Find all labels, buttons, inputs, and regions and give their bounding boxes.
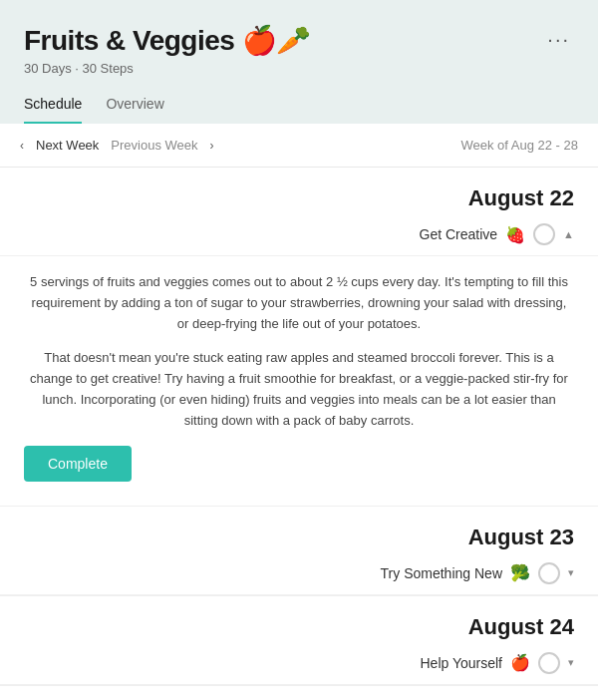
step-circle-aug23[interactable] (538, 562, 560, 584)
step-label-aug23: Try Something New (381, 565, 502, 581)
day-section-aug24: August 24 Help Yourself 🍎 ▾ (0, 596, 598, 686)
chevron-down-icon-aug24[interactable]: ▾ (568, 656, 574, 669)
day-section-aug22: August 22 Get Creative 🍓 ▲ 5 servings of… (0, 168, 598, 507)
week-navigation: ‹ Next Week Previous Week › Week of Aug … (0, 124, 598, 168)
next-arrow-icon: › (210, 139, 214, 153)
main-content: ‹ Next Week Previous Week › Week of Aug … (0, 124, 598, 700)
step-icon-aug24: 🍎 (510, 653, 530, 672)
step-row-aug23: Try Something New 🥦 ▾ (0, 558, 598, 595)
step-para2-aug22: That doesn't mean you're stuck eating ra… (24, 348, 574, 431)
step-icon-aug22: 🍓 (505, 225, 525, 244)
app-header: Fruits & Veggies 🍎🥕 30 Days · 30 Steps ·… (0, 0, 598, 124)
step-content-aug22: 5 servings of fruits and veggies comes o… (0, 256, 598, 506)
page-title: Fruits & Veggies 🍎🥕 (24, 24, 311, 57)
step-icon-aug23: 🥦 (510, 563, 530, 582)
day-title-aug23: August 23 (24, 525, 574, 550)
tab-overview[interactable]: Overview (106, 96, 163, 124)
step-para1-aug22: 5 servings of fruits and veggies comes o… (24, 272, 574, 334)
day-section-aug23: August 23 Try Something New 🥦 ▾ (0, 507, 598, 596)
prev-week-link[interactable]: Previous Week (111, 138, 197, 153)
day-title-aug22: August 22 (24, 185, 574, 211)
step-row-aug22: Get Creative 🍓 ▲ (0, 219, 598, 256)
page-subtitle: 30 Days · 30 Steps (24, 61, 311, 76)
complete-button-aug22[interactable]: Complete (24, 446, 132, 482)
tab-schedule[interactable]: Schedule (24, 96, 82, 124)
step-row-aug24: Help Yourself 🍎 ▾ (0, 648, 598, 685)
step-circle-aug24[interactable] (538, 652, 560, 674)
day-title-aug24: August 24 (24, 614, 574, 640)
more-options-button[interactable]: ··· (543, 24, 574, 55)
tab-bar: Schedule Overview (24, 96, 574, 124)
prev-arrow-icon: ‹ (20, 139, 24, 153)
step-circle-aug22[interactable] (533, 223, 555, 245)
chevron-up-icon-aug22[interactable]: ▲ (563, 228, 574, 240)
next-week-link[interactable]: Next Week (36, 138, 99, 153)
week-label: Week of Aug 22 - 28 (460, 138, 578, 153)
step-label-aug24: Help Yourself (420, 655, 502, 671)
chevron-down-icon-aug23[interactable]: ▾ (568, 566, 574, 579)
step-label-aug22: Get Creative (420, 226, 498, 242)
